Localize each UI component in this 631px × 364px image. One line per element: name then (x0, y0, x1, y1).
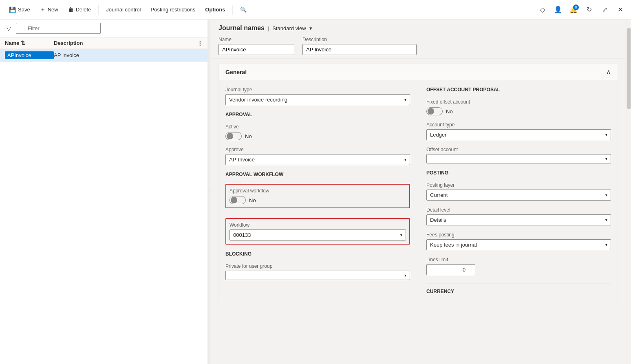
scrollbar-thumb[interactable] (627, 28, 631, 109)
search-button[interactable]: 🔍 (236, 4, 251, 15)
detail-level-group: Detail level Details ▾ (426, 207, 611, 225)
list-item[interactable]: APInvoice AP Invoice (0, 49, 207, 62)
item-description: AP Invoice (54, 52, 203, 58)
active-toggle[interactable] (225, 132, 242, 140)
private-user-group-select[interactable]: ▾ (225, 271, 410, 280)
private-user-group-label: Private for user group (225, 263, 410, 269)
fees-posting-label: Fees posting (426, 232, 611, 238)
item-name: APInvoice (5, 51, 54, 59)
notification-icon-button[interactable]: 🔔 0 (567, 4, 580, 16)
chevron-down-icon: ▾ (309, 25, 312, 31)
breadcrumb-title: Journal names (218, 24, 265, 32)
section-header[interactable]: General ∧ (219, 64, 618, 80)
workflow-box-wrap: Workflow 000133 ▾ (225, 218, 410, 245)
filter-input[interactable] (16, 23, 101, 34)
approval-workflow-title-group: APPROVAL WORKFLOW (225, 172, 410, 177)
left-column: Journal type Vendor invoice recording ▾ … (225, 87, 410, 294)
offset-account-label: Offset account (426, 147, 611, 152)
account-type-group: Account type Ledger ▾ (426, 122, 611, 140)
chevron-down-icon: ▾ (404, 157, 406, 162)
account-type-select[interactable]: Ledger ▾ (426, 129, 611, 140)
fixed-offset-label: Fixed offset account (426, 99, 611, 105)
toggle-knob (428, 108, 434, 115)
active-value: No (245, 133, 252, 139)
chevron-down-icon: ▾ (404, 273, 406, 278)
journal-control-button[interactable]: Journal control (102, 4, 145, 15)
section-title: General (225, 69, 247, 75)
approval-workflow-value: No (249, 197, 256, 203)
detail-level-label: Detail level (426, 207, 611, 213)
posting-layer-select[interactable]: Current ▾ (426, 190, 611, 201)
approval-workflow-toggle[interactable] (229, 196, 246, 204)
notification-badge: 0 (573, 4, 579, 10)
posting-title: POSTING (426, 170, 611, 176)
delete-button[interactable]: 🗑 Delete (64, 4, 95, 15)
toggle-knob (227, 133, 233, 139)
new-button[interactable]: ＋ New (36, 4, 62, 16)
titlebar-right-actions: ◇ 👤 🔔 0 ↻ ⤢ ✕ (536, 4, 626, 16)
approval-workflow-group: Approval workflow No (229, 188, 406, 204)
fields-row: Name Description (218, 37, 618, 55)
offset-account-proposal-title: OFFSET ACCOUNT PROPOSAL (426, 87, 611, 93)
delete-icon: 🗑 (68, 7, 74, 13)
titlebar: 💾 Save ＋ New 🗑 Delete Journal control Po… (0, 0, 631, 20)
approve-select[interactable]: AP-Invoice ▾ (225, 154, 410, 165)
left-toolbar: ▽ 🔍 (0, 20, 207, 38)
approve-label: Approve (225, 147, 410, 152)
content-area: General ∧ Journal type Vendor invoice re… (210, 59, 626, 306)
section-collapse-icon: ∧ (606, 68, 611, 76)
search-icon: 🔍 (240, 7, 247, 13)
right-panel-with-scroll: Journal names | Standard view ▾ Name Des… (210, 20, 631, 364)
sort-icon[interactable]: ⇅ (21, 40, 25, 46)
chevron-down-icon: ▾ (605, 193, 607, 197)
lines-limit-label: Lines limit (426, 257, 611, 263)
right-column: OFFSET ACCOUNT PROPOSAL Fixed offset acc… (426, 87, 611, 294)
lines-limit-group: Lines limit (426, 257, 611, 275)
list-items: APInvoice AP Invoice (0, 49, 207, 364)
diamond-icon-button[interactable]: ◇ (536, 4, 549, 16)
currency-section-title: CURRENCY (426, 283, 611, 294)
chevron-down-icon: ▾ (605, 132, 607, 137)
general-section: General ∧ Journal type Vendor invoice re… (218, 64, 618, 301)
description-label: Description (302, 37, 417, 42)
lines-limit-input[interactable] (426, 264, 475, 275)
filter-toggle-button[interactable]: ▽ (5, 24, 13, 33)
private-user-group-group: Private for user group ▾ (225, 263, 410, 280)
section-body: Journal type Vendor invoice recording ▾ … (219, 80, 618, 301)
fixed-offset-toggle[interactable] (426, 107, 443, 115)
right-header: Journal names | Standard view ▾ Name Des… (210, 20, 626, 59)
right-panel: Journal names | Standard view ▾ Name Des… (210, 20, 626, 364)
refresh-icon-button[interactable]: ↻ (583, 4, 595, 16)
offset-account-select[interactable]: ▾ (426, 154, 611, 163)
user-icon-button[interactable]: 👤 (552, 4, 564, 16)
left-panel: ▽ 🔍 Name ⇅ Description ⋮ APInvoice (0, 20, 208, 364)
plus-icon: ＋ (40, 6, 46, 13)
close-icon-button[interactable]: ✕ (614, 4, 626, 16)
detail-level-select[interactable]: Details ▾ (426, 214, 611, 225)
offset-account-group: Offset account ▾ (426, 147, 611, 163)
journal-type-label: Journal type (225, 87, 410, 93)
workflow-select[interactable]: 000133 ▾ (229, 229, 406, 240)
description-field-group: Description (302, 37, 417, 55)
chevron-down-icon: ▾ (605, 218, 607, 222)
posting-layer-group: Posting layer Current ▾ (426, 182, 611, 201)
name-input[interactable] (218, 44, 294, 55)
save-button[interactable]: 💾 Save (5, 4, 34, 15)
posting-restrictions-button[interactable]: Posting restrictions (147, 4, 200, 15)
restore-icon-button[interactable]: ⤢ (598, 4, 611, 16)
workflow-label: Workflow (229, 222, 406, 228)
active-group: Active No (225, 124, 410, 140)
journal-type-select[interactable]: Vendor invoice recording ▾ (225, 94, 410, 105)
col-description-header: Description (54, 40, 197, 46)
breadcrumb-row: Journal names | Standard view ▾ (218, 24, 618, 32)
approval-workflow-label: Approval workflow (229, 188, 406, 194)
options-button[interactable]: Options (201, 4, 229, 15)
view-selector[interactable]: Standard view ▾ (272, 25, 312, 31)
fees-posting-select[interactable]: Keep fees in journal ▾ (426, 239, 611, 250)
breadcrumb-separator: | (268, 25, 269, 31)
fixed-offset-group: Fixed offset account No (426, 99, 611, 115)
approval-group: APPROVAL (225, 112, 410, 117)
fixed-offset-value: No (446, 108, 453, 115)
description-input[interactable] (302, 44, 417, 55)
col-more-button[interactable]: ⋮ (197, 40, 203, 46)
